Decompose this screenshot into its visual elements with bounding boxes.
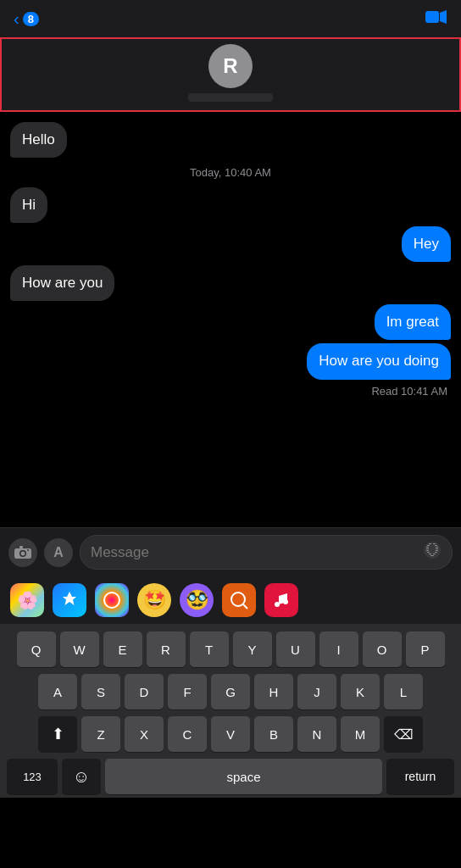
keyboard-row-3: ⬆ Z X C V B N M ⌫ (3, 716, 458, 752)
keyboard-bottom-row: 123 ☺ space return (3, 759, 458, 794)
key-e[interactable]: E (103, 632, 142, 667)
bubble-sent[interactable]: Im great (375, 304, 451, 340)
camera-button[interactable] (8, 538, 37, 567)
message-bubble-row: Hello (10, 122, 451, 158)
key-c[interactable]: C (168, 716, 207, 752)
audio-input-button[interactable] (423, 541, 442, 564)
key-m[interactable]: M (341, 716, 380, 752)
key-n[interactable]: N (297, 716, 336, 752)
app-strip: 🌸 🤩 🥸 (0, 576, 461, 625)
read-receipt: Read 10:41 AM (10, 385, 451, 398)
avatar: R (208, 44, 253, 88)
message-bubble-row: Hi (10, 187, 451, 223)
messages-area: Hello Today, 10:40 AM Hi Hey How are you… (0, 112, 461, 527)
svg-marker-1 (440, 10, 447, 24)
key-t[interactable]: T (190, 632, 229, 667)
svg-point-27 (283, 599, 288, 604)
key-r[interactable]: R (147, 632, 186, 667)
svg-rect-9 (433, 543, 436, 544)
svg-rect-17 (436, 550, 438, 551)
svg-rect-11 (435, 545, 437, 546)
app-icon-search[interactable] (222, 583, 256, 617)
bubble-sent[interactable]: How are you doing (307, 343, 451, 379)
svg-rect-18 (427, 552, 430, 553)
svg-point-6 (27, 549, 29, 551)
bubble-sent[interactable]: Hey (402, 226, 451, 262)
key-d[interactable]: D (125, 674, 164, 709)
svg-rect-22 (430, 555, 434, 556)
timestamp: Today, 10:40 AM (10, 166, 451, 179)
app-icon-threads[interactable] (95, 583, 129, 617)
message-bubble-row: Im great (10, 304, 451, 340)
key-b[interactable]: B (254, 716, 293, 752)
message-bubble-row: How are you (10, 265, 451, 301)
app-icon-music[interactable] (264, 583, 298, 617)
svg-rect-13 (436, 547, 438, 548)
svg-rect-14 (426, 548, 429, 549)
key-p[interactable]: P (406, 632, 445, 667)
delete-key[interactable]: ⌫ (384, 716, 423, 752)
shift-key[interactable]: ⬆ (38, 716, 77, 752)
key-v[interactable]: V (211, 716, 250, 752)
bubble-received[interactable]: Hi (10, 187, 47, 223)
keyboard: Q W E R T Y U I O P A S D F G H J K L ⬆ … (0, 625, 461, 798)
app-icon-appstore[interactable] (53, 583, 86, 617)
svg-rect-8 (429, 543, 431, 544)
svg-rect-20 (429, 554, 431, 554)
key-q[interactable]: Q (17, 632, 56, 667)
key-y[interactable]: Y (233, 632, 272, 667)
svg-rect-15 (436, 548, 438, 549)
bubble-received[interactable]: How are you (10, 265, 114, 301)
contact-header[interactable]: R (0, 37, 461, 112)
key-space[interactable]: space (105, 759, 382, 794)
svg-line-25 (243, 604, 247, 609)
key-o[interactable]: O (363, 632, 402, 667)
key-a[interactable]: A (38, 674, 77, 709)
svg-rect-19 (435, 552, 437, 553)
key-z[interactable]: Z (81, 716, 120, 752)
key-s[interactable]: S (81, 674, 120, 709)
key-u[interactable]: U (276, 632, 315, 667)
status-bar: ‹ 8 (0, 0, 461, 37)
key-j[interactable]: J (297, 674, 336, 709)
key-k[interactable]: K (341, 674, 380, 709)
svg-point-23 (104, 593, 119, 608)
key-return[interactable]: return (386, 759, 454, 794)
back-chevron-icon: ‹ (14, 9, 19, 29)
svg-rect-5 (19, 546, 23, 548)
app-icon-stickers[interactable]: 🥸 (180, 583, 214, 617)
svg-rect-10 (427, 545, 430, 546)
message-input-wrapper[interactable] (80, 535, 453, 570)
message-input[interactable] (91, 544, 423, 561)
svg-rect-0 (425, 11, 439, 23)
app-icon-memoji[interactable]: 🤩 (137, 583, 171, 617)
message-bubble-row: How are you doing (10, 343, 451, 379)
key-emoji[interactable]: ☺ (62, 759, 101, 794)
keyboard-row-2: A S D F G H J K L (3, 674, 458, 709)
svg-point-4 (21, 551, 25, 555)
message-bubble-row: Hey (10, 226, 451, 262)
app-icon-photos[interactable]: 🌸 (10, 583, 44, 617)
svg-rect-12 (426, 547, 429, 548)
back-button[interactable]: ‹ 8 (14, 9, 39, 29)
apps-button[interactable]: A (44, 538, 73, 567)
key-x[interactable]: X (125, 716, 164, 752)
back-badge: 8 (23, 12, 39, 26)
key-l[interactable]: L (384, 674, 423, 709)
key-f[interactable]: F (168, 674, 207, 709)
input-bar: A (0, 527, 461, 576)
bubble-received[interactable]: Hello (10, 122, 67, 158)
key-123[interactable]: 123 (7, 759, 58, 794)
keyboard-row-1: Q W E R T Y U I O P (3, 632, 458, 667)
key-h[interactable]: H (254, 674, 293, 709)
key-w[interactable]: W (60, 632, 99, 667)
key-g[interactable]: G (211, 674, 250, 709)
video-call-button[interactable] (425, 8, 447, 30)
svg-rect-21 (433, 554, 436, 554)
key-i[interactable]: I (319, 632, 358, 667)
contact-name (188, 93, 273, 102)
svg-rect-16 (426, 550, 429, 551)
svg-point-24 (231, 593, 245, 606)
svg-point-26 (275, 602, 280, 607)
